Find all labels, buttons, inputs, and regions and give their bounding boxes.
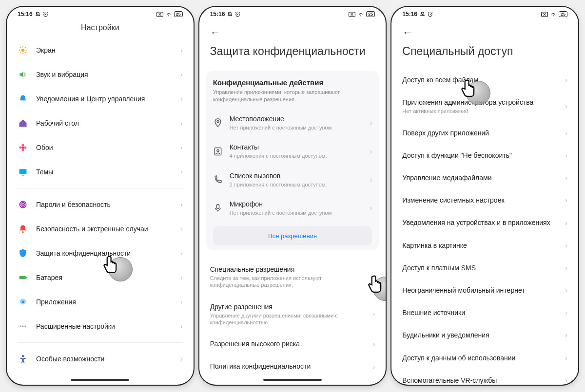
svg-point-19: [24, 325, 26, 327]
close-box-icon: [541, 12, 548, 17]
divider: [18, 342, 183, 343]
mic-icon: [213, 203, 223, 213]
list-item-label: Безопасность и экстренные случаи: [36, 224, 176, 233]
list-item-notifications[interactable]: Уведомления и Центр управления›: [14, 87, 187, 111]
list-item-label: Звук и вибрация: [36, 70, 176, 79]
list-item-apps[interactable]: Приложения›: [14, 290, 187, 314]
status-bar: 15:16 25: [391, 7, 578, 19]
list-item-label: Специальные разрешения: [210, 265, 369, 274]
list-item-advanced[interactable]: Расширенные настройки›: [14, 314, 187, 338]
page-title: Специальный доступ: [402, 43, 567, 66]
list-item-safety[interactable]: Безопасность и экстренные случаи›: [14, 217, 187, 241]
all-permissions-button[interactable]: Все разрешения: [213, 226, 372, 245]
chevron-right-icon: ›: [180, 355, 183, 363]
back-button[interactable]: ←: [402, 24, 567, 43]
permission-row[interactable]: МестоположениеНет приложений с постоянны…: [213, 109, 372, 137]
list-item-item[interactable]: Вспомогательные VR-службы›: [398, 369, 571, 385]
list-item-label: Приложения: [36, 298, 176, 306]
status-time: 15:16: [210, 11, 225, 18]
svg-point-3: [22, 147, 24, 149]
list-item-item[interactable]: Другие разрешенияУправление другими разр…: [206, 296, 379, 333]
chevron-right-icon: ›: [565, 309, 567, 317]
chevron-right-icon: ›: [565, 376, 567, 384]
list-item-subtitle: Управление другими разрешениями, связанн…: [210, 312, 369, 326]
list-item-label: Экран: [36, 46, 176, 55]
list-item-item[interactable]: Поверх других приложений›: [398, 122, 571, 144]
permission-subtitle: 4 приложения с постоянным доступом.: [230, 152, 366, 159]
battery-level: 25: [174, 11, 183, 17]
list-item-item[interactable]: Уведомления на устройствах и в приложени…: [398, 211, 571, 234]
status-time: 15:16: [18, 11, 33, 18]
list-item-item[interactable]: Доступ к данным об использовании›: [398, 347, 571, 369]
chevron-right-icon: ›: [373, 363, 375, 371]
back-button[interactable]: ←: [210, 24, 375, 43]
home-indicator[interactable]: [71, 379, 129, 381]
svg-point-4: [22, 144, 24, 147]
chevron-right-icon: ›: [180, 144, 183, 151]
list-item-themes[interactable]: Темы›: [14, 160, 187, 184]
chevron-right-icon: ›: [180, 201, 183, 208]
permission-row[interactable]: МикрофонНет приложений с постоянным дост…: [213, 194, 372, 222]
contacts-icon: [213, 147, 223, 156]
chevron-right-icon: ›: [565, 174, 567, 182]
phone-privacy: 15:16 25 ← Защита конфиденциальности Кон…: [198, 6, 387, 386]
list-item-label: Другие разрешения: [210, 302, 369, 311]
list-item-label: Вспомогательные VR-службы: [402, 376, 561, 385]
chevron-right-icon: ›: [370, 119, 372, 127]
list-item-item[interactable]: Неограниченный мобильный интернет›: [398, 279, 571, 301]
chevron-right-icon: ›: [370, 148, 372, 155]
list-item-item[interactable]: Доступ к функции "Не беспокоить"›: [398, 144, 571, 167]
alert-icon: [18, 224, 28, 234]
list-item-label: Пароли и безопасность: [36, 200, 176, 209]
chevron-right-icon: ›: [370, 176, 372, 184]
list-item-item[interactable]: Будильники и уведомления›: [398, 324, 571, 346]
permission-row[interactable]: Контакты4 приложения с постоянным доступ…: [213, 137, 372, 165]
permission-row[interactable]: Список вызовов2 приложения с постоянным …: [213, 166, 372, 194]
list-item-item[interactable]: Приложения администратора устройстваНет …: [398, 91, 571, 121]
speaker-icon: [18, 69, 28, 80]
list-item-item[interactable]: Изменение системных настроек›: [398, 189, 571, 211]
chevron-right-icon: ›: [180, 274, 183, 281]
list-item-label: Доступ к платным SMS: [402, 263, 561, 272]
list-item-passwords[interactable]: Пароли и безопасность›: [14, 192, 187, 217]
accessibility-icon: [18, 354, 28, 364]
svg-point-2: [21, 49, 25, 52]
list-item-item[interactable]: Специальные разрешенияСледите за тем, ка…: [206, 258, 379, 296]
list-item-screen[interactable]: Экран›: [14, 38, 187, 62]
list-item-item[interactable]: Управление медиафайлами›: [398, 167, 571, 189]
chevron-right-icon: ›: [180, 298, 183, 306]
list-item-wallpaper[interactable]: Обои›: [14, 135, 187, 160]
battery-level: 25: [366, 11, 375, 17]
svg-point-12: [22, 204, 23, 205]
chevron-right-icon: ›: [180, 46, 183, 54]
svg-point-6: [20, 147, 22, 149]
list-item-item[interactable]: Политика конфиденциальности›: [206, 355, 379, 376]
list-item-sound[interactable]: Звук и вибрация›: [14, 62, 187, 87]
permission-subtitle: Нет приложений с постоянным доступом: [230, 124, 366, 131]
permission-label: Контакты: [230, 143, 366, 151]
list-item-battery[interactable]: Батарея›: [14, 265, 187, 290]
list-item-item[interactable]: Картинка в картинке›: [398, 234, 571, 257]
list-item-accessibility[interactable]: Особые возможности›: [14, 347, 187, 371]
page-title: Защита конфиденциальности: [210, 43, 375, 66]
chevron-right-icon: ›: [565, 219, 567, 227]
list-item-label: Политика конфиденциальности: [210, 362, 369, 371]
wifi-icon: [165, 12, 172, 17]
permission-label: Список вызовов: [230, 171, 366, 180]
list-item-item[interactable]: Внешние источники›: [398, 301, 571, 324]
card-subtitle: Управление приложениями, которые запраши…: [213, 89, 372, 104]
list-item-label: Защита конфиденциальности: [36, 249, 176, 258]
list-item-item[interactable]: Доступ ко всем файлам›: [398, 69, 571, 91]
list-item-item[interactable]: Доступ к платным SMS›: [398, 257, 571, 279]
list-item-item[interactable]: Разрешения высокого риска›: [206, 333, 379, 355]
list-item-privacy[interactable]: Защита конфиденциальности›: [14, 241, 187, 265]
permission-subtitle: 2 приложения с постоянным доступом.: [230, 181, 366, 188]
svg-rect-14: [20, 276, 26, 280]
list-item-home[interactable]: Рабочий стол›: [14, 111, 187, 135]
home-indicator[interactable]: [263, 379, 322, 381]
chevron-right-icon: ›: [565, 102, 567, 110]
dots-icon: [18, 321, 28, 332]
sun-icon: [18, 45, 28, 56]
svg-point-11: [21, 203, 25, 206]
chevron-right-icon: ›: [180, 249, 183, 257]
